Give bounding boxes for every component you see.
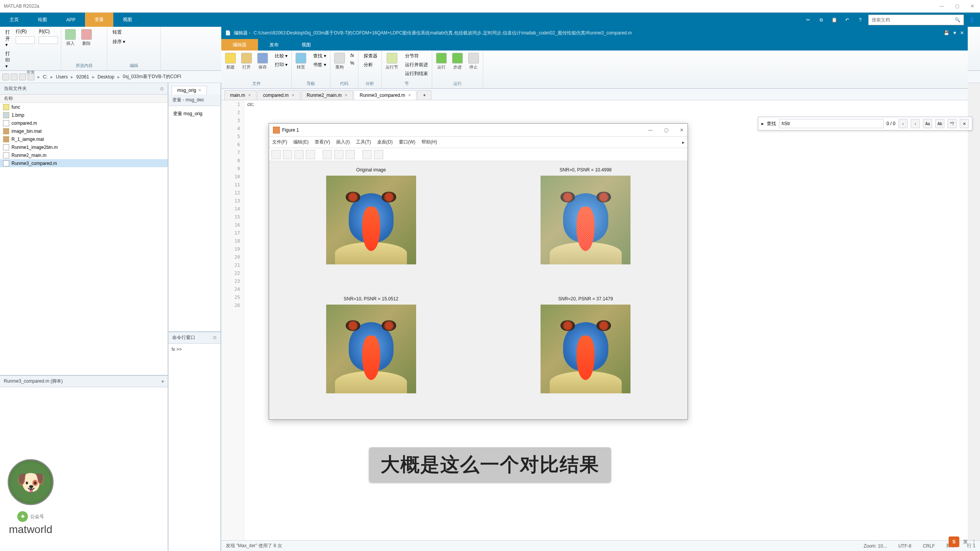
- status-encoding[interactable]: UTF-8: [898, 543, 911, 549]
- editor-close-icon[interactable]: ✕: [960, 30, 964, 36]
- row-input[interactable]: [16, 36, 35, 44]
- ime-lang[interactable]: 英: [963, 539, 968, 545]
- new-tab-button[interactable]: +: [417, 90, 431, 100]
- editor-dock-icon[interactable]: ▼: [952, 30, 957, 36]
- copy-icon[interactable]: ⧉: [816, 15, 826, 25]
- compare-button[interactable]: 比较 ▾: [273, 52, 288, 60]
- refactor-button[interactable]: 重构: [333, 52, 346, 71]
- cmd-pin-icon[interactable]: ⊙: [213, 335, 217, 340]
- var-tab[interactable]: msg_orig ×: [172, 86, 207, 95]
- regex-button[interactable]: *?: [947, 119, 957, 128]
- explorer-button[interactable]: 探查器: [361, 52, 378, 60]
- menu-file[interactable]: 文件(F): [272, 139, 287, 145]
- tab-plot[interactable]: 绘图: [28, 13, 57, 27]
- figure-close-button[interactable]: ✕: [680, 127, 684, 133]
- run-button[interactable]: 运行: [435, 52, 448, 71]
- file-row[interactable]: R_1_iamge.mat: [0, 135, 168, 143]
- link-icon[interactable]: [323, 150, 332, 159]
- menu-tools[interactable]: 工具(T): [356, 139, 371, 145]
- crumb-users[interactable]: Users: [56, 74, 68, 80]
- open-button[interactable]: 打开 ▾: [3, 28, 12, 48]
- analyze-button[interactable]: 分析: [361, 61, 378, 69]
- search-docs[interactable]: 🔍: [868, 15, 964, 25]
- open-fig-icon[interactable]: [283, 150, 292, 159]
- new-file-button[interactable]: 新建: [224, 52, 237, 71]
- pointer-icon[interactable]: [363, 150, 372, 159]
- print-button[interactable]: 打印 ▾: [3, 50, 12, 70]
- delete-button[interactable]: 删除: [80, 28, 93, 47]
- menu-window[interactable]: 窗口(W): [399, 139, 415, 145]
- file-row[interactable]: image_bin.mat: [0, 127, 168, 135]
- save-file-button[interactable]: 保存: [256, 52, 269, 71]
- col-name[interactable]: 名称: [4, 95, 13, 102]
- crumb-drive[interactable]: C:: [43, 74, 47, 80]
- menu-view[interactable]: 查看(V): [315, 139, 330, 145]
- search-docs-input[interactable]: [872, 17, 955, 23]
- bookmark-button[interactable]: 书签 ▾: [311, 61, 327, 69]
- editor-tab-publish[interactable]: 发布: [258, 39, 290, 51]
- tab-home[interactable]: 主页: [0, 13, 28, 27]
- match-case-button[interactable]: Aa: [923, 119, 932, 128]
- whole-word-button[interactable]: Ab: [935, 119, 944, 128]
- find-next-button[interactable]: ›: [911, 119, 920, 128]
- crumb-92061[interactable]: 92061: [76, 74, 89, 80]
- run-section-button[interactable]: 运行节: [385, 52, 399, 71]
- file-tab[interactable]: main.m×: [224, 90, 256, 100]
- paste-icon[interactable]: 📋: [829, 15, 839, 25]
- undo-icon[interactable]: ↶: [842, 15, 852, 25]
- sort-button[interactable]: 排序 ▾: [110, 38, 126, 46]
- menu-desktop[interactable]: 桌面(D): [377, 139, 393, 145]
- up-icon[interactable]: [19, 73, 26, 80]
- ime-more-icon[interactable]: ⋮: [972, 539, 976, 544]
- menu-insert[interactable]: 插入(I): [336, 139, 350, 145]
- figure-maximize-button[interactable]: ▢: [664, 127, 668, 133]
- tab-variable[interactable]: 变量: [85, 13, 113, 27]
- insert-button[interactable]: 插入: [64, 28, 77, 47]
- cmd-prompt[interactable]: fx >>: [172, 347, 182, 352]
- editor-save-icon[interactable]: 💾: [944, 30, 949, 36]
- legend-icon[interactable]: [346, 150, 355, 159]
- file-tab[interactable]: Runme3_compared.m×: [354, 90, 416, 100]
- code-line-1[interactable]: clc;: [247, 102, 965, 110]
- split-section-button[interactable]: 分节符: [403, 52, 429, 60]
- status-eol[interactable]: CRLF: [923, 543, 935, 549]
- pin-icon[interactable]: ⊙: [160, 86, 164, 91]
- find-prev-button[interactable]: ‹: [898, 119, 908, 128]
- find-input[interactable]: [779, 119, 884, 128]
- close-tab-icon[interactable]: ×: [408, 93, 411, 98]
- help-icon[interactable]: ?: [855, 15, 865, 25]
- detail-dropdown-icon[interactable]: ▾: [162, 379, 164, 384]
- file-tab[interactable]: compared.m×: [257, 90, 300, 100]
- minimize-button[interactable]: —: [938, 3, 946, 9]
- transpose-button[interactable]: 转置: [110, 28, 126, 36]
- editor-tab-editor[interactable]: 编辑器: [221, 39, 258, 51]
- find-button[interactable]: 查找 ▾: [311, 52, 327, 60]
- close-var-tab-icon[interactable]: ×: [198, 88, 201, 93]
- find-close-button[interactable]: ✕: [960, 119, 969, 128]
- search-icon[interactable]: 🔍: [955, 17, 960, 23]
- file-tab[interactable]: Runme2_main.m×: [301, 90, 353, 100]
- file-row[interactable]: func: [0, 103, 168, 111]
- login-icon[interactable]: 👤: [967, 15, 977, 25]
- maximize-button[interactable]: ▢: [953, 3, 961, 9]
- find-expand-icon[interactable]: ▸: [761, 121, 764, 126]
- tab-view[interactable]: 视图: [113, 13, 142, 27]
- figure-minimize-button[interactable]: —: [648, 127, 653, 133]
- folder-icon[interactable]: [28, 73, 34, 80]
- goto-button[interactable]: 转至: [295, 52, 307, 71]
- file-row[interactable]: compared.m: [0, 119, 168, 127]
- comment-button[interactable]: %: [350, 60, 355, 67]
- file-row[interactable]: Runme1_image2bin.m: [0, 143, 168, 151]
- file-row[interactable]: Runme3_compared.m: [0, 159, 168, 167]
- select-icon[interactable]: [374, 150, 383, 159]
- close-button[interactable]: ✕: [969, 3, 976, 9]
- col-input[interactable]: [39, 36, 58, 44]
- crumb-project[interactable]: 0sj_033m基于DVB-T的COFI: [123, 73, 181, 80]
- cut-icon[interactable]: ✂: [803, 15, 813, 25]
- status-zoom[interactable]: Zoom: 10...: [864, 543, 887, 549]
- run-to-end-button[interactable]: 运行到结束: [403, 70, 429, 78]
- close-tab-icon[interactable]: ×: [345, 93, 347, 98]
- back-icon[interactable]: [2, 73, 9, 80]
- print-fig-icon[interactable]: [306, 150, 315, 159]
- open-file-button[interactable]: 打开: [240, 52, 253, 71]
